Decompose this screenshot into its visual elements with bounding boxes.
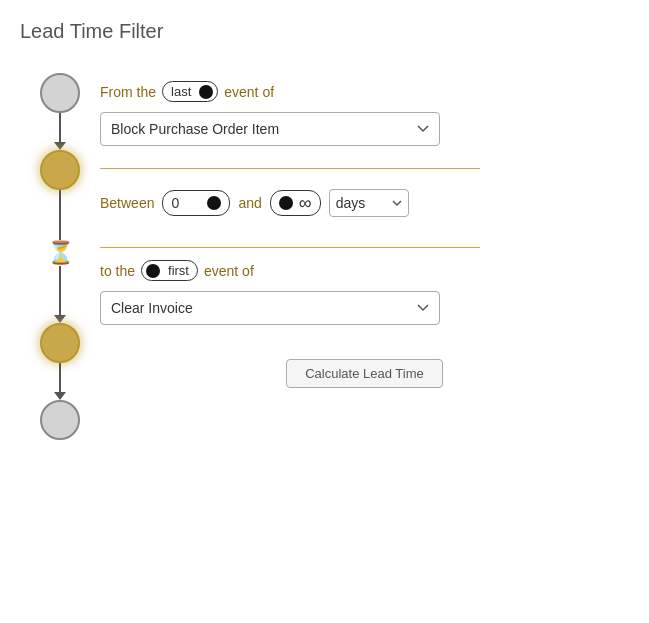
connector-3	[59, 266, 61, 316]
between-section: Between and ∞ days hours minutes	[100, 181, 629, 225]
to-prefix: to the	[100, 263, 135, 279]
divider-1	[100, 168, 480, 169]
calc-button-container: Calculate Lead Time	[100, 349, 629, 388]
last-toggle-dot	[199, 85, 213, 99]
min-value-pill[interactable]	[162, 190, 230, 216]
third-node	[40, 323, 80, 363]
calculate-button[interactable]: Calculate Lead Time	[286, 359, 443, 388]
connector-1	[59, 113, 61, 143]
bottom-node	[40, 400, 80, 440]
between-row: Between and ∞ days hours minutes	[100, 189, 629, 217]
arrow-3	[54, 392, 66, 400]
first-toggle-dot	[146, 264, 160, 278]
infinity-symbol: ∞	[299, 194, 312, 212]
first-label: first	[164, 263, 193, 278]
from-event-dropdown[interactable]: Block Purchase Order Item Create Purchas…	[100, 112, 440, 146]
to-event-dropdown[interactable]: Clear Invoice Post Invoice Create Invoic…	[100, 291, 440, 325]
from-toggle-row: From the last event of	[100, 81, 629, 102]
arrow-2	[54, 315, 66, 323]
from-suffix: event of	[224, 84, 274, 100]
to-section: to the first event of Clear Invoice Post…	[100, 260, 629, 325]
and-label: and	[238, 195, 261, 211]
from-section: From the last event of Block Purchase Or…	[100, 81, 629, 146]
connector-2	[59, 190, 61, 240]
second-node	[40, 150, 80, 190]
to-suffix: event of	[204, 263, 254, 279]
arrow-1	[54, 142, 66, 150]
last-toggle[interactable]: last	[162, 81, 218, 102]
from-prefix: From the	[100, 84, 156, 100]
connector-4	[59, 363, 61, 393]
content-column: From the last event of Block Purchase Or…	[100, 63, 629, 440]
timeline: ⏳	[20, 63, 100, 440]
divider-2	[100, 247, 480, 248]
min-dot	[207, 196, 221, 210]
to-toggle-row: to the first event of	[100, 260, 629, 281]
min-value-input[interactable]	[171, 195, 201, 211]
days-unit-select[interactable]: days hours minutes	[329, 189, 409, 217]
page-title: Lead Time Filter	[20, 20, 629, 43]
first-toggle[interactable]: first	[141, 260, 198, 281]
max-value-pill[interactable]: ∞	[270, 190, 321, 216]
max-dot	[279, 196, 293, 210]
last-label: last	[167, 84, 195, 99]
hourglass-icon: ⏳	[47, 242, 74, 264]
top-node	[40, 73, 80, 113]
main-container: ⏳ From the last event of Block Purchase …	[20, 63, 629, 440]
between-label: Between	[100, 195, 154, 211]
